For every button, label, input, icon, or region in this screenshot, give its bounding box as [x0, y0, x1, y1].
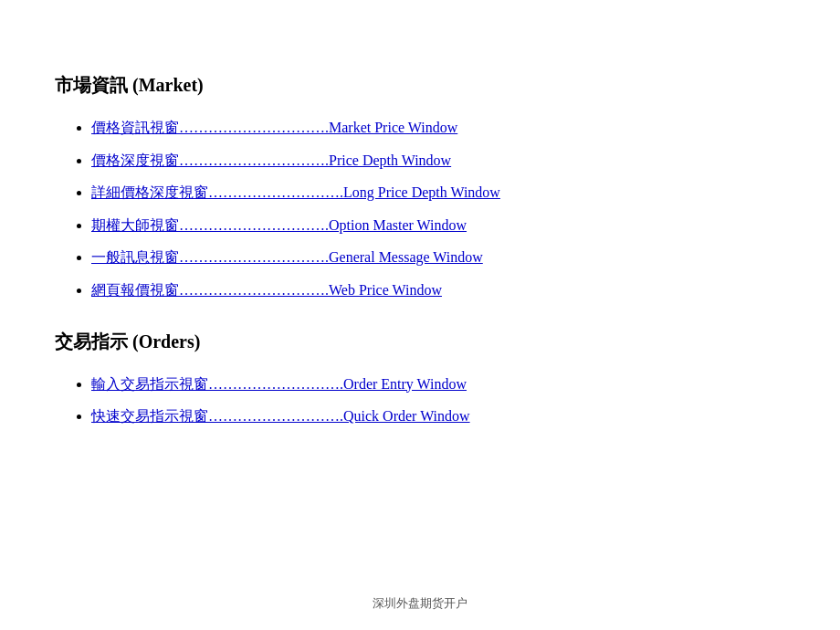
- general-message-window-link[interactable]: 一般訊息視窗………………………….General Message Window: [91, 249, 483, 265]
- link-dots: ……………………….: [208, 184, 343, 200]
- quick-order-window-link[interactable]: 快速交易指示視窗……………………….Quick Order Window: [91, 408, 470, 424]
- list-item: 價格深度視窗………………………….Price Depth Window: [91, 149, 785, 173]
- link-en: Option Master Window: [329, 217, 467, 233]
- link-dots: ……………………….: [208, 376, 343, 392]
- link-dots: ……………………….: [208, 408, 343, 424]
- link-dots: ………………………….: [179, 217, 329, 233]
- link-en: Market Price Window: [329, 120, 457, 135]
- option-master-window-link[interactable]: 期權大師視窗………………………….Option Master Window: [91, 217, 467, 233]
- market-title-en: (Market): [132, 75, 204, 95]
- market-link-list: 價格資訊視窗………………………….Market Price Window 價格深…: [55, 116, 785, 302]
- link-en: Price Depth Window: [329, 152, 451, 168]
- link-en: Web Price Window: [329, 282, 442, 298]
- link-en: Quick Order Window: [343, 408, 470, 424]
- link-zh: 輸入交易指示視窗: [91, 376, 208, 392]
- list-item: 期權大師視窗………………………….Option Master Window: [91, 214, 785, 237]
- link-zh: 價格深度視窗: [91, 152, 179, 168]
- price-depth-window-link[interactable]: 價格深度視窗………………………….Price Depth Window: [91, 152, 451, 168]
- list-item: 價格資訊視窗………………………….Market Price Window: [91, 116, 785, 140]
- orders-link-list: 輸入交易指示視窗……………………….Order Entry Window 快速交…: [55, 373, 785, 428]
- link-en: Long Price Depth Window: [343, 184, 500, 200]
- list-item: 快速交易指示視窗……………………….Quick Order Window: [91, 404, 785, 428]
- long-price-depth-window-link[interactable]: 詳細價格深度視窗……………………….Long Price Depth Windo…: [91, 184, 500, 200]
- market-section: 市場資訊 (Market) 價格資訊視窗………………………….Market Pr…: [55, 73, 785, 302]
- market-title-zh: 市場資訊: [55, 75, 128, 95]
- list-item: 詳細價格深度視窗……………………….Long Price Depth Windo…: [91, 181, 785, 205]
- link-zh: 詳細價格深度視窗: [91, 184, 208, 200]
- link-dots: ………………………….: [179, 282, 329, 298]
- market-section-title: 市場資訊 (Market): [55, 73, 785, 98]
- link-en: Order Entry Window: [343, 376, 467, 392]
- web-price-window-link[interactable]: 網頁報價視窗………………………….Web Price Window: [91, 282, 442, 298]
- main-content: 市場資訊 (Market) 價格資訊視窗………………………….Market Pr…: [0, 0, 840, 492]
- link-dots: ………………………….: [179, 152, 329, 168]
- orders-title-en: (Orders): [132, 331, 200, 352]
- link-zh: 一般訊息視窗: [91, 249, 179, 265]
- order-entry-window-link[interactable]: 輸入交易指示視窗……………………….Order Entry Window: [91, 376, 467, 392]
- link-zh: 快速交易指示視窗: [91, 408, 208, 424]
- market-price-window-link[interactable]: 價格資訊視窗………………………….Market Price Window: [91, 120, 457, 135]
- orders-title-zh: 交易指示: [55, 331, 128, 352]
- footer-text: 深圳外盘期货开户: [373, 596, 467, 610]
- list-item: 輸入交易指示視窗……………………….Order Entry Window: [91, 373, 785, 396]
- link-zh: 網頁報價視窗: [91, 282, 179, 298]
- list-item: 網頁報價視窗………………………….Web Price Window: [91, 278, 785, 302]
- link-zh: 價格資訊視窗: [91, 120, 179, 135]
- orders-section-title: 交易指示 (Orders): [55, 330, 785, 354]
- list-item: 一般訊息視窗………………………….General Message Window: [91, 246, 785, 269]
- link-dots: ………………………….: [179, 120, 329, 135]
- footer: 深圳外盘期货开户: [0, 595, 840, 612]
- orders-section: 交易指示 (Orders) 輸入交易指示視窗……………………….Order En…: [55, 330, 785, 428]
- link-dots: ………………………….: [179, 249, 329, 265]
- link-zh: 期權大師視窗: [91, 217, 179, 233]
- link-en: General Message Window: [329, 249, 483, 265]
